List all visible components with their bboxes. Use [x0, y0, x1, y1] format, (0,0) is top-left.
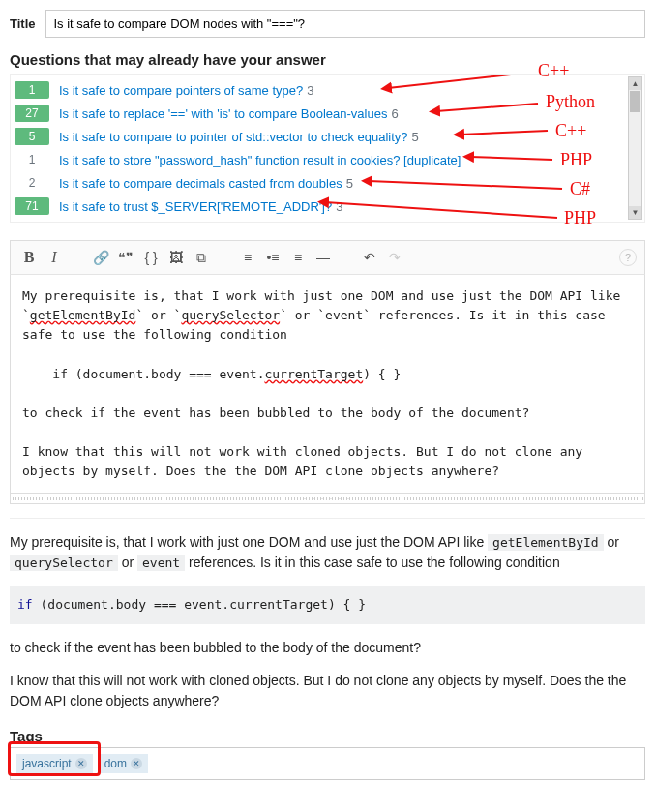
preview-pane: My prerequisite is, that I work with jus…	[10, 532, 645, 709]
undo-button[interactable]: ↶	[359, 247, 380, 268]
annotation-label: C++	[555, 121, 586, 141]
redo-button[interactable]: ↷	[384, 247, 405, 268]
tag-remove-icon[interactable]: ✕	[131, 758, 142, 769]
tag-dom[interactable]: dom✕	[99, 754, 148, 773]
suggestion-link[interactable]: Is it safe to compare pointers of same t…	[59, 83, 303, 98]
suggestion-link[interactable]: Is it safe to replace '==' with 'is' to …	[59, 106, 387, 121]
image-button[interactable]: 🖼	[165, 247, 187, 268]
title-label: Title	[10, 16, 36, 31]
code-block: if (document.body === event.currentTarge…	[10, 586, 645, 624]
suggestion-link[interactable]: Is it safe to trust $_SERVER['REMOTE_ADD…	[59, 199, 332, 214]
link-button[interactable]: 🔗	[90, 247, 111, 268]
code-inline: querySelector	[10, 555, 118, 571]
scroll-down-icon[interactable]: ▼	[629, 206, 641, 219]
scrollbar[interactable]: ▲ ▼	[628, 76, 642, 220]
answer-count: 5	[412, 130, 419, 144]
vote-badge: 1	[15, 81, 49, 99]
editor-toolbar: B I 🔗 ❝❞ { } 🖼 ⧉ ≡ •≡ ≡ — ↶ ↷ ?	[10, 240, 645, 275]
annotation-label: PHP	[560, 150, 592, 170]
scroll-up-icon[interactable]: ▲	[629, 77, 641, 90]
answer-count: 6	[391, 106, 398, 121]
answer-count: 3	[307, 83, 313, 98]
suggestion-row[interactable]: 27 Is it safe to replace '==' with 'is' …	[15, 102, 627, 125]
editor-textarea[interactable]: My prerequisite is, that I work with jus…	[10, 275, 645, 494]
resize-grip[interactable]: ∙∙∙∙∙∙∙∙∙∙∙	[10, 494, 645, 504]
title-input[interactable]	[45, 10, 646, 38]
tags-input[interactable]: javascript✕ dom✕	[10, 747, 645, 780]
vote-badge: 27	[15, 105, 49, 122]
annotation-label: C++	[538, 61, 569, 81]
help-button[interactable]: ?	[619, 249, 637, 266]
answer-count: 3	[336, 199, 342, 214]
vote-plain: 1	[15, 151, 49, 168]
suggestion-row[interactable]: 5 Is it safe to compare to pointer of st…	[15, 125, 627, 148]
suggestion-row[interactable]: 1 Is it safe to store "password_hash" fu…	[15, 148, 627, 171]
suggestion-row[interactable]: 71 Is it safe to trust $_SERVER['REMOTE_…	[15, 195, 627, 218]
heading-button[interactable]: ≡	[287, 247, 309, 268]
code-inline: event	[137, 555, 185, 571]
suggestion-link[interactable]: Is it safe to store "password_hash" func…	[59, 153, 461, 167]
suggestions-panel: ▲ ▼ 1 Is it safe to compare pointers of …	[10, 74, 645, 223]
annotation-label: Python	[546, 92, 595, 112]
snippet-button[interactable]: ⧉	[191, 247, 212, 268]
annotation-label: C#	[570, 179, 590, 199]
scroll-thumb[interactable]	[630, 91, 640, 112]
tags-label: Tags	[10, 728, 645, 744]
vote-badge: 5	[15, 128, 49, 145]
italic-button[interactable]: I	[44, 247, 65, 268]
suggestion-link[interactable]: Is it safe to compare to pointer of std:…	[59, 130, 408, 144]
annotation-highlight-box	[8, 741, 101, 776]
ulist-button[interactable]: •≡	[262, 247, 283, 268]
quote-button[interactable]: ❝❞	[115, 247, 136, 268]
bold-button[interactable]: B	[18, 247, 40, 268]
olist-button[interactable]: ≡	[237, 247, 258, 268]
suggestion-link[interactable]: Is it safe to compare decimals casted fr…	[59, 176, 342, 191]
code-button[interactable]: { }	[140, 247, 162, 268]
code-inline: getElementById	[488, 534, 604, 551]
vote-plain: 2	[15, 174, 49, 192]
answer-count: 5	[346, 176, 353, 191]
suggestion-row[interactable]: 2 Is it safe to compare decimals casted …	[15, 171, 627, 195]
divider	[10, 518, 645, 519]
vote-badge: 71	[15, 197, 49, 215]
hr-button[interactable]: —	[313, 247, 334, 268]
annotation-label: PHP	[564, 208, 596, 228]
suggestion-row[interactable]: 1 Is it safe to compare pointers of same…	[15, 78, 627, 102]
